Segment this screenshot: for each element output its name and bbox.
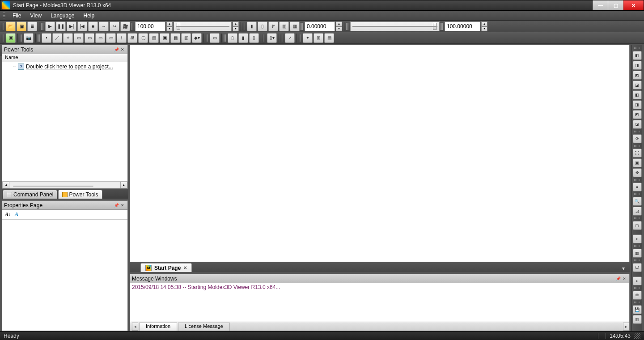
clip-max-input[interactable] <box>445 21 480 31</box>
resize-grip-icon[interactable] <box>634 333 640 339</box>
measure-button[interactable]: ⟟ <box>117 33 127 43</box>
panel-pin-button[interactable]: 📌 <box>113 202 119 208</box>
probe-point-button[interactable]: • <box>42 33 51 43</box>
panel-close-button[interactable]: ✕ <box>119 202 126 208</box>
persp-view-button[interactable]: ◪ <box>633 120 642 129</box>
misc-c-button[interactable]: ▤ <box>324 33 334 43</box>
load-view-button[interactable]: ▥ <box>633 315 642 324</box>
export-b-button[interactable]: ▧ <box>149 33 159 43</box>
clip-slider[interactable] <box>350 21 440 31</box>
skip-button[interactable]: ↪ <box>110 21 119 31</box>
export-d-button[interactable]: ▦ <box>170 33 180 43</box>
spin-button[interactable]: ● <box>633 183 642 191</box>
misc-b-button[interactable]: ⊞ <box>314 33 323 43</box>
probe-line-button[interactable]: ／ <box>52 33 62 43</box>
clip-z-button[interactable]: ⇵ <box>268 21 278 31</box>
h-scrollbar[interactable]: ◂ ▸ <box>2 181 127 188</box>
open-folder-button[interactable]: 📂 <box>6 21 16 31</box>
export-e-button[interactable]: ▥ <box>181 33 191 43</box>
clip-max-spinner[interactable]: ▲▼ <box>481 21 487 31</box>
save-view-button[interactable]: 💾 <box>633 305 642 314</box>
axis-button[interactable]: ◿ <box>633 207 642 216</box>
scroll-right-button[interactable]: ▸ <box>120 182 127 188</box>
minimize-button[interactable]: — <box>593 0 608 10</box>
font-size-button[interactable]: A↕ <box>4 211 11 218</box>
back-view-button[interactable]: ◩ <box>633 71 642 80</box>
open-run-button[interactable]: ▣ <box>17 21 26 31</box>
eye-button[interactable]: 👁 <box>633 291 642 300</box>
doc-a-button[interactable]: ▭ <box>74 33 84 43</box>
clip-value-input[interactable] <box>305 21 335 31</box>
zoom-window-button[interactable]: ▣ <box>633 158 642 167</box>
rotate-button[interactable]: ⟳ <box>633 134 642 143</box>
open-project-link[interactable]: Double click here to open a project... <box>26 64 113 70</box>
bottom-view-button[interactable]: ◩ <box>633 110 642 119</box>
open-project-row[interactable]: ┈ ? Double click here to open a project.… <box>2 62 127 71</box>
camera-snapshot-button[interactable]: 📷 <box>24 33 34 43</box>
fit-button[interactable]: ⛶ <box>633 149 642 157</box>
scroll-left-button[interactable]: ◂ <box>2 182 9 188</box>
menu-language[interactable]: Language <box>46 12 79 20</box>
grid-button[interactable]: ▦ <box>633 249 642 258</box>
prev-frame-button[interactable]: |◀ <box>77 21 87 31</box>
tab-license-message[interactable]: License Message <box>178 323 230 331</box>
panel-pin-button[interactable]: 📌 <box>615 276 621 282</box>
percent-spinner[interactable]: ▲▼ <box>166 21 173 31</box>
tab-command-panel[interactable]: Command Panel <box>3 190 57 199</box>
scroll-thumb[interactable] <box>13 186 93 187</box>
box-button[interactable]: ▢ <box>633 221 642 230</box>
clip-box-button[interactable]: ▦ <box>290 21 300 31</box>
stop-button[interactable]: ■ <box>88 21 98 31</box>
animation-percent-input[interactable] <box>135 21 165 31</box>
clip-x-button[interactable]: ▮ <box>247 21 257 31</box>
viewer-canvas[interactable] <box>130 45 630 262</box>
layout-4-button[interactable]: ▯▾ <box>267 33 277 43</box>
shading-button[interactable]: ◆▾ <box>192 33 202 43</box>
msg-tab-prev-button[interactable]: ◂ <box>132 323 138 331</box>
play-button[interactable]: ▶ <box>45 21 55 31</box>
msg-tab-next-button[interactable]: ▸ <box>623 323 629 331</box>
pan-button[interactable]: ✥ <box>633 168 642 177</box>
monitor-button[interactable]: 🖵 <box>633 263 642 272</box>
font-color-button[interactable]: A <box>13 211 20 218</box>
menu-view[interactable]: View <box>25 12 46 20</box>
close-button[interactable]: ✕ <box>623 0 644 10</box>
loop-button[interactable]: ↔ <box>99 21 109 31</box>
record-button[interactable]: 🎥 <box>120 21 130 31</box>
right-view-button[interactable]: ◧ <box>633 90 642 99</box>
print-button[interactable]: 🖶 <box>127 33 137 43</box>
misc-a-button[interactable]: ✦ <box>303 33 313 43</box>
list-button[interactable]: ≣ <box>27 21 37 31</box>
tab-information[interactable]: Information <box>139 323 177 331</box>
export-a-button[interactable]: ▢ <box>138 33 148 43</box>
tab-dropdown-button[interactable]: ▾ <box>620 265 627 272</box>
front-view-button[interactable]: ◨ <box>633 61 642 70</box>
layout-2-button[interactable]: ▮ <box>238 33 248 43</box>
slider-spinner[interactable]: ▲▼ <box>233 21 239 31</box>
animation-slider[interactable] <box>174 21 232 31</box>
maximize-button[interactable]: ▢ <box>608 0 623 10</box>
tab-start-page[interactable]: M Start Page ✕ <box>140 263 192 272</box>
tri2-button[interactable]: ▸ <box>633 276 642 285</box>
doc-b-button[interactable]: ▭ <box>85 33 94 43</box>
panel-close-button[interactable]: ✕ <box>119 47 126 53</box>
probe-node-button[interactable]: ✧ <box>63 33 73 43</box>
tri-button[interactable]: ▸ <box>633 234 642 243</box>
top-view-button[interactable]: ◨ <box>633 100 642 109</box>
zoom-button[interactable]: 🔍 <box>633 197 642 206</box>
panel-close-button[interactable]: ✕ <box>621 276 627 282</box>
panel-pin-button[interactable]: 📌 <box>113 47 119 53</box>
layout-3-button[interactable]: ▯ <box>249 33 259 43</box>
iso-view-button[interactable]: ◧ <box>633 51 642 60</box>
tab-close-button[interactable]: ✕ <box>183 265 187 270</box>
clip-value-spinner[interactable]: ▲▼ <box>336 21 342 31</box>
chart-button[interactable]: ▭ <box>106 33 116 43</box>
layout-1-button[interactable]: ▯ <box>228 33 237 43</box>
window-button[interactable]: ▭ <box>210 33 220 43</box>
menu-help[interactable]: Help <box>79 12 99 20</box>
tab-power-tools[interactable]: Power Tools <box>58 190 102 199</box>
export-c-button[interactable]: ▣ <box>160 33 169 43</box>
next-frame-button[interactable]: ▶| <box>67 21 76 31</box>
clip-y-button[interactable]: ▯ <box>258 21 267 31</box>
pause-button[interactable]: ❚❚ <box>56 21 66 31</box>
